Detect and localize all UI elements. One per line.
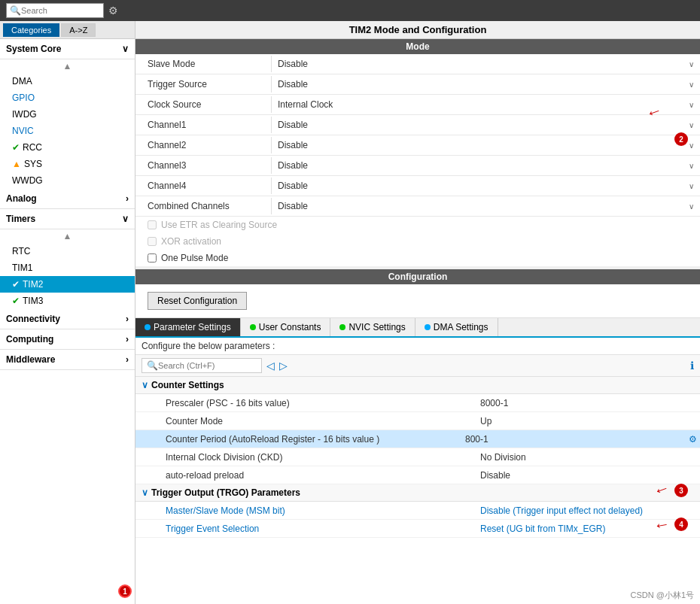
nvic-settings-label: NVIC Settings [348, 322, 405, 332]
item-text: TIM1 [12, 263, 32, 273]
tab-atoz[interactable]: A->Z [61, 23, 96, 37]
counter-period-row[interactable]: Counter Period (AutoReload Register - 16… [135, 430, 700, 448]
auto-reload-row: auto-reload preload Disable [135, 466, 700, 484]
item-text: RCC [23, 142, 42, 153]
channel3-arrow: ∨ [689, 162, 694, 170]
combined-channels-select[interactable]: Disable ∨ [271, 198, 700, 214]
tab-categories[interactable]: Categories [3, 23, 59, 37]
system-core-header[interactable]: System Core ∨ [0, 39, 135, 59]
clock-source-label: Clock Source [135, 96, 271, 113]
master-slave-row: Master/Slave Mode (MSM bit) Disable (Tri… [135, 502, 700, 520]
dma-settings-dot [425, 324, 431, 330]
combined-channels-row: Combined Channels Disable ∨ [135, 196, 700, 217]
sidebar-item-gpio[interactable]: GPIO [0, 90, 135, 106]
sidebar-item-tim3[interactable]: ✔ TIM3 [0, 293, 135, 309]
timers-scroll-up[interactable]: ▲ [0, 229, 135, 243]
scroll-up-btn[interactable]: ▲ [0, 59, 135, 73]
top-bar: 🔍 ⚙ [0, 0, 700, 21]
sidebar-item-nvic[interactable]: NVIC [0, 123, 135, 139]
sidebar-item-rtc[interactable]: RTC [0, 243, 135, 260]
item-text: IWDG [12, 109, 37, 120]
annotation-1: 1 [118, 584, 132, 598]
config-search-input[interactable] [158, 361, 248, 370]
trigger-event-label: Trigger Event Selection [135, 521, 474, 537]
search-box: 🔍 [6, 3, 104, 18]
item-text: GPIO [12, 93, 35, 103]
clock-source-value: Internal Clock [278, 99, 333, 110]
counter-mode-value: Up [474, 413, 700, 429]
sidebar-item-rcc[interactable]: ✔ RCC [0, 139, 135, 156]
tab-user-constants[interactable]: User Constants [241, 318, 331, 336]
annotation-3: 3 [674, 484, 688, 497]
channel1-value: Disable [278, 120, 308, 130]
mode-section: Mode Slave Mode Disable ∨ Trigge [135, 39, 700, 266]
channel1-select[interactable]: Disable ∨ [271, 117, 700, 133]
search-icon-2: 🔍 [147, 360, 158, 371]
item-text: TIM2 [23, 279, 43, 290]
nav-next-btn[interactable]: ▷ [279, 360, 288, 372]
use-etr-checkbox[interactable] [148, 220, 157, 229]
section-system-core: System Core ∨ ▲ DMA GPIO IWDG NVIC ✔ [0, 39, 135, 189]
nav-prev-btn[interactable]: ◁ [266, 360, 275, 372]
channel1-row: Channel1 Disable ∨ [135, 115, 700, 135]
channel3-label: Channel3 [135, 157, 271, 174]
sidebar-item-iwdg[interactable]: IWDG [0, 106, 135, 123]
channel2-value: Disable [278, 140, 308, 150]
trigger-output-header[interactable]: ∨ Trigger Output (TRGO) Parameters [135, 484, 700, 502]
config-subtitle: Configure the below parameters : [135, 338, 700, 355]
channel4-select[interactable]: Disable ∨ [271, 178, 700, 194]
one-pulse-checkbox[interactable] [148, 253, 157, 263]
one-pulse-row: One Pulse Mode [135, 250, 700, 266]
sidebar-item-sys[interactable]: ▲ SYS [0, 156, 135, 172]
counter-period-value: 800-1 [459, 431, 685, 448]
computing-header[interactable]: Computing › [0, 329, 135, 350]
sidebar-item-wwdg[interactable]: WWDG [0, 172, 135, 189]
tab-nvic-settings[interactable]: NVIC Settings [330, 318, 415, 336]
xor-checkbox[interactable] [148, 237, 157, 246]
connectivity-header[interactable]: Connectivity › [0, 309, 135, 329]
reset-config-button[interactable]: Reset Configuration [148, 292, 247, 310]
channel1-arrow: ∨ [689, 121, 694, 129]
sidebar-item-dma[interactable]: DMA [0, 73, 135, 90]
counter-settings-header[interactable]: ∨ Counter Settings [135, 377, 700, 394]
sidebar-item-tim1[interactable]: TIM1 [0, 260, 135, 276]
middleware-header[interactable]: Middleware › [0, 350, 135, 370]
counter-mode-row: Counter Mode Up [135, 412, 700, 430]
sidebar-item-tim2[interactable]: ✔ TIM2 [0, 276, 135, 293]
connectivity-label: Connectivity [6, 314, 60, 324]
gear-icon[interactable]: ⚙ [108, 5, 118, 17]
trigger-source-select[interactable]: Disable ∨ [271, 76, 700, 93]
use-etr-label: Use ETR as Clearing Source [161, 220, 277, 230]
channel2-label: Channel2 [135, 137, 271, 153]
trigger-source-row: Trigger Source Disable ∨ [135, 74, 700, 95]
channel4-row: Channel4 Disable ∨ [135, 176, 700, 196]
slave-mode-select[interactable]: Disable ∨ [271, 56, 700, 72]
timers-header[interactable]: Timers ∨ [0, 209, 135, 229]
tab-parameter-settings[interactable]: Parameter Settings [135, 318, 241, 336]
config-search-box: 🔍 [142, 358, 262, 373]
tab-dma-settings[interactable]: DMA Settings [415, 318, 498, 336]
info-button[interactable]: ℹ [690, 360, 694, 372]
analog-header[interactable]: Analog › [0, 189, 135, 209]
channel2-select[interactable]: Disable ∨ [271, 137, 700, 153]
nvic-settings-dot [339, 324, 345, 330]
computing-label: Computing [6, 334, 53, 344]
chevron-down-icon: ∨ [122, 44, 129, 54]
xor-label: XOR activation [161, 236, 221, 247]
channel3-select[interactable]: Disable ∨ [271, 157, 700, 174]
xor-activation-row: XOR activation [135, 233, 700, 250]
item-text: NVIC [12, 126, 34, 136]
chevron-right-icon-2: › [126, 314, 129, 324]
clock-source-select[interactable]: Internal Clock ∨ [271, 96, 700, 113]
clock-source-row: Clock Source Internal Clock ∨ [135, 95, 700, 115]
search-input[interactable] [21, 6, 96, 15]
analog-label: Analog [6, 193, 37, 204]
trigger-source-value: Disable [278, 79, 308, 90]
gear-icon-2[interactable]: ⚙ [685, 434, 700, 445]
counter-settings-chevron: ∨ [142, 380, 148, 390]
page-title: TIM2 Mode and Configuration [135, 21, 700, 39]
slave-mode-arrow: ∨ [689, 60, 694, 68]
annotation-2: 2 [674, 132, 688, 146]
one-pulse-label: One Pulse Mode [161, 253, 228, 263]
clock-source-arrow: ∨ [689, 101, 694, 109]
